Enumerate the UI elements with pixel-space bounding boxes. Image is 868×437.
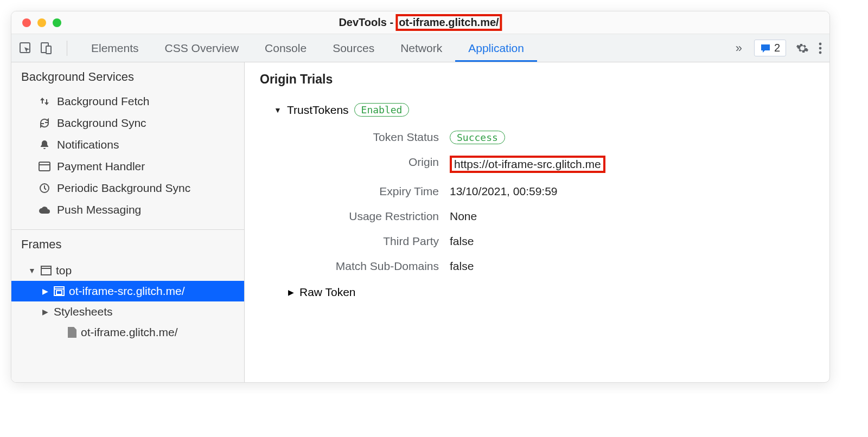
trial-status-pill: Enabled (354, 103, 410, 117)
frame-top[interactable]: ▼ top (11, 260, 244, 281)
tab-network[interactable]: Network (387, 34, 455, 62)
panel-tabs: ElementsCSS OverviewConsoleSourcesNetwor… (78, 34, 724, 62)
trial-detail-grid: Token Status Success Origin https://ot-i… (260, 131, 814, 273)
svg-point-5 (819, 51, 822, 54)
usage-value: None (450, 210, 814, 223)
token-status-pill: Success (450, 131, 505, 144)
minimize-window-button[interactable] (37, 18, 46, 27)
iframe-icon (54, 286, 65, 296)
sidebar-item-label: Payment Handler (57, 160, 145, 173)
clock-icon (39, 183, 50, 194)
frame-iframe-label: ot-iframe-src.glitch.me/ (69, 285, 185, 298)
sidebar-item-label: Notifications (57, 138, 119, 151)
raw-token-row[interactable]: ▶ Raw Token (288, 286, 814, 299)
sidebar-item-payment-handler[interactable]: Payment Handler (11, 156, 244, 177)
window-icon (41, 266, 52, 275)
sidebar-section-bg-services: Background Services (11, 62, 244, 91)
sidebar-item-label: Push Messaging (57, 203, 141, 216)
devtools-window: DevTools - ot-iframe.glitch.me/ Elements… (11, 11, 830, 383)
sidebar-section-frames: Frames (11, 230, 244, 258)
sidebar-item-periodic-background-sync[interactable]: Periodic Background Sync (11, 177, 244, 199)
issues-badge[interactable]: 2 (754, 40, 786, 56)
origin-value-wrap: https://ot-iframe-src.glitch.me (450, 156, 814, 173)
raw-token-label: Raw Token (299, 286, 356, 299)
token-status-value: Success (450, 131, 814, 144)
tab-console[interactable]: Console (252, 34, 320, 62)
content-area: Background Services Background FetchBack… (11, 62, 829, 382)
sidebar-item-label: Background Fetch (57, 95, 149, 108)
tab-css-overview[interactable]: CSS Overview (152, 34, 252, 62)
settings-icon[interactable] (796, 42, 809, 55)
frame-document[interactable]: ot-iframe.glitch.me/ (11, 322, 244, 343)
bell-icon (39, 139, 50, 150)
tab-sources[interactable]: Sources (320, 34, 387, 62)
titlebar: DevTools - ot-iframe.glitch.me/ (11, 11, 829, 34)
card-icon (39, 162, 50, 171)
inspect-element-icon[interactable] (19, 42, 32, 55)
device-toggle-icon[interactable] (40, 42, 53, 55)
frame-iframe[interactable]: ▶ ot-iframe-src.glitch.me/ (11, 281, 244, 301)
svg-point-3 (819, 42, 822, 45)
title-prefix: DevTools - (339, 16, 393, 29)
devtools-toolbar: ElementsCSS OverviewConsoleSourcesNetwor… (11, 34, 829, 62)
frames-tree: ▼ top ▶ ot-iframe-src.glitch.me/ ▶ Style… (11, 258, 244, 351)
title-url-highlight: ot-iframe.glitch.me/ (395, 14, 502, 31)
usage-key: Usage Restriction (260, 210, 439, 223)
issues-icon (760, 43, 771, 53)
tab-elements[interactable]: Elements (78, 34, 152, 62)
chevron-down-icon[interactable]: ▼ (274, 106, 282, 114)
issues-count: 2 (774, 42, 780, 54)
trial-name: TrustTokens (287, 104, 349, 117)
updown-icon (39, 96, 50, 107)
toolbar-divider (67, 41, 67, 56)
spacer (55, 328, 63, 337)
chevron-right-icon[interactable]: ▶ (288, 288, 294, 297)
origin-key: Origin (260, 156, 439, 173)
expiry-value: 13/10/2021, 00:59:59 (450, 185, 814, 198)
application-sidebar: Background Services Background FetchBack… (11, 62, 245, 382)
window-title: DevTools - ot-iframe.glitch.me/ (339, 14, 502, 31)
sidebar-item-label: Periodic Background Sync (57, 182, 190, 195)
svg-rect-9 (41, 266, 51, 275)
third-party-value: false (450, 235, 814, 248)
chevron-right-icon[interactable]: ▶ (41, 307, 49, 316)
frame-stylesheets-label: Stylesheets (54, 305, 113, 318)
document-icon (68, 327, 76, 338)
sidebar-item-background-fetch[interactable]: Background Fetch (11, 91, 244, 112)
sidebar-item-push-messaging[interactable]: Push Messaging (11, 199, 244, 221)
chevron-right-icon[interactable]: ▶ (41, 287, 49, 295)
tab-application[interactable]: Application (455, 34, 537, 62)
sidebar-item-background-sync[interactable]: Background Sync (11, 112, 244, 134)
svg-rect-2 (46, 46, 51, 54)
main-panel: Origin Trials ▼ TrustTokens Enabled Toke… (245, 62, 829, 382)
frame-stylesheets[interactable]: ▶ Stylesheets (11, 301, 244, 322)
sidebar-item-label: Background Sync (57, 117, 146, 130)
chevron-down-icon[interactable]: ▼ (28, 266, 36, 275)
third-party-key: Third Party (260, 235, 439, 248)
frame-top-label: top (56, 264, 72, 277)
token-status-key: Token Status (260, 131, 439, 144)
trial-row[interactable]: ▼ TrustTokens Enabled (274, 103, 814, 117)
more-tabs-button[interactable]: » (728, 41, 750, 55)
toolbar-right: 2 (754, 40, 822, 56)
subdomains-key: Match Sub-Domains (260, 260, 439, 273)
origin-trials-heading: Origin Trials (260, 72, 814, 87)
close-window-button[interactable] (22, 18, 31, 27)
bg-services-list: Background FetchBackground SyncNotificat… (11, 91, 244, 227)
toolbar-left (19, 41, 74, 56)
origin-value: https://ot-iframe-src.glitch.me (450, 156, 605, 173)
maximize-window-button[interactable] (53, 18, 61, 27)
window-controls (11, 18, 61, 27)
svg-rect-13 (56, 291, 62, 294)
more-options-icon[interactable] (819, 42, 822, 54)
subdomains-value: false (450, 260, 814, 273)
frame-document-label: ot-iframe.glitch.me/ (81, 326, 178, 339)
sidebar-item-notifications[interactable]: Notifications (11, 134, 244, 156)
svg-rect-6 (39, 162, 50, 171)
svg-point-4 (819, 47, 822, 49)
cloud-icon (39, 205, 50, 214)
expiry-key: Expiry Time (260, 185, 439, 198)
sync-icon (39, 118, 50, 128)
